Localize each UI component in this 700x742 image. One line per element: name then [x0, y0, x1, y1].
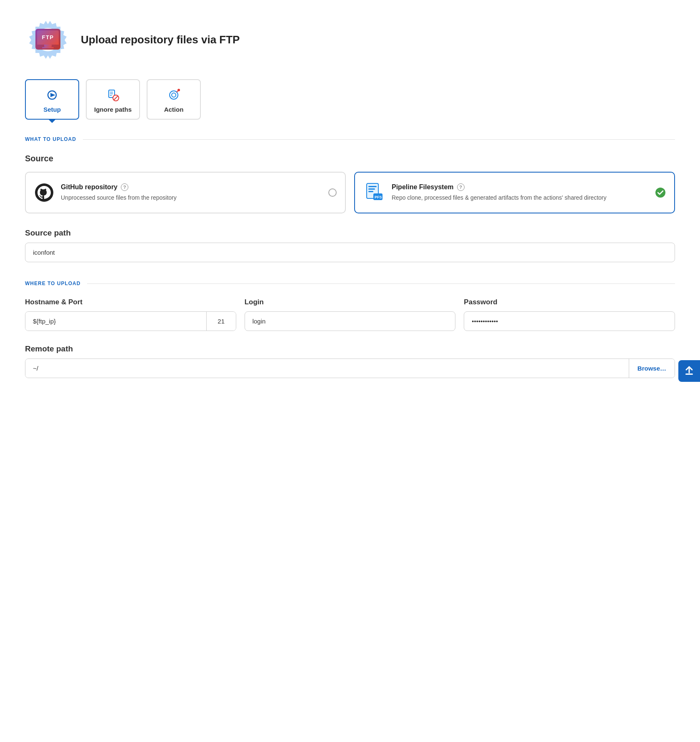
tab-setup-label: Setup — [43, 106, 61, 113]
what-to-upload-divider: WHAT TO UPLOAD — [25, 136, 675, 142]
credentials-row: Hostname & Port Login Password — [25, 298, 675, 331]
source-section: Source GitHub repository ? Unprocessed s… — [25, 154, 675, 213]
svg-point-10 — [172, 93, 176, 97]
where-section-line — [87, 283, 675, 284]
pfs-card-title: Pipeline Filesystem ? — [392, 183, 648, 191]
login-input[interactable] — [245, 311, 456, 331]
source-options: GitHub repository ? Unprocessed source f… — [25, 172, 675, 213]
github-card-content: GitHub repository ? Unprocessed source f… — [61, 183, 322, 202]
browse-button[interactable]: Browse… — [629, 359, 675, 378]
section-line — [83, 139, 675, 140]
login-group: Login — [245, 298, 456, 331]
pfs-icon: PFS — [363, 182, 385, 203]
hostname-group: Hostname & Port — [25, 298, 236, 331]
github-icon — [34, 183, 54, 203]
svg-rect-17 — [368, 191, 373, 192]
where-to-upload-divider: WHERE TO UPLOAD — [25, 281, 675, 286]
remote-path-section: Remote path Browse… — [25, 344, 675, 378]
page-title: Upload repository files via FTP — [81, 33, 240, 46]
tab-ignore-paths[interactable]: Ignore paths — [86, 79, 140, 120]
github-help-icon[interactable]: ? — [121, 183, 128, 191]
tab-ignore-paths-label: Ignore paths — [94, 106, 132, 113]
github-radio[interactable] — [328, 188, 337, 197]
ftp-icon-badge: FTP — [35, 29, 60, 50]
pfs-source-card[interactable]: PFS Pipeline Filesystem ? Repo clone, pr… — [354, 172, 675, 213]
svg-rect-21 — [685, 374, 693, 375]
hostname-port-wrapper — [25, 311, 236, 331]
github-source-card[interactable]: GitHub repository ? Unprocessed source f… — [25, 172, 346, 213]
svg-point-20 — [655, 188, 665, 198]
tab-action[interactable]: Action — [147, 79, 201, 120]
pfs-help-icon[interactable]: ? — [457, 183, 465, 191]
action-tab-icon — [166, 88, 181, 103]
hostname-label: Hostname & Port — [25, 298, 236, 306]
ignore-paths-tab-icon — [105, 88, 120, 103]
source-path-label: Source path — [25, 228, 675, 238]
source-path-input[interactable] — [25, 243, 675, 262]
tab-bar: Setup Ignore paths Action — [25, 79, 675, 120]
port-input[interactable] — [207, 312, 236, 331]
upload-icon — [683, 365, 695, 377]
github-card-title: GitHub repository ? — [61, 183, 322, 191]
where-to-upload-label: WHERE TO UPLOAD — [25, 281, 80, 286]
svg-text:PFS: PFS — [375, 195, 382, 199]
svg-point-12 — [178, 89, 180, 91]
remote-path-label: Remote path — [25, 344, 675, 353]
source-path-section: Source path — [25, 228, 675, 262]
svg-marker-2 — [50, 93, 55, 97]
tab-action-label: Action — [164, 106, 184, 113]
login-label: Login — [245, 298, 456, 306]
pfs-selected-check — [655, 187, 666, 198]
svg-rect-16 — [368, 188, 375, 190]
password-label: Password — [464, 298, 675, 306]
github-card-desc: Unprocessed source files from the reposi… — [61, 193, 322, 202]
page-header: FTP Upload repository files via FTP — [25, 17, 675, 63]
pfs-card-desc: Repo clone, processed files & generated … — [392, 193, 648, 202]
source-heading: Source — [25, 154, 675, 163]
tab-setup[interactable]: Setup — [25, 79, 79, 120]
setup-tab-icon — [45, 88, 60, 103]
svg-rect-15 — [368, 186, 377, 187]
pfs-card-content: Pipeline Filesystem ? Repo clone, proces… — [392, 183, 648, 202]
app-icon: FTP — [25, 17, 71, 63]
password-group: Password — [464, 298, 675, 331]
remote-path-wrapper: Browse… — [25, 358, 675, 378]
remote-path-input[interactable] — [25, 359, 629, 378]
hostname-input[interactable] — [25, 312, 206, 331]
what-to-upload-label: WHAT TO UPLOAD — [25, 136, 76, 142]
where-to-upload-section: WHERE TO UPLOAD Hostname & Port Login Pa… — [25, 281, 675, 378]
upload-side-button[interactable] — [678, 360, 700, 382]
password-input[interactable] — [464, 311, 675, 331]
